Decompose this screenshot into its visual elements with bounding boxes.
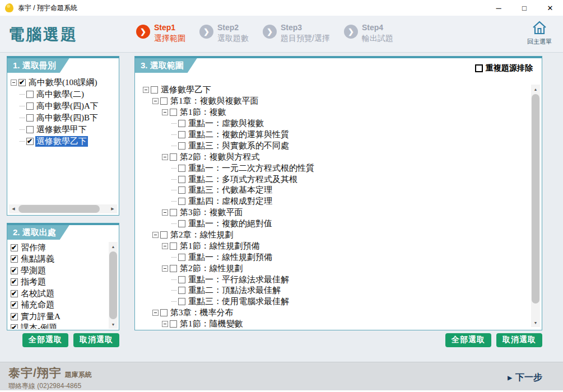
- tree-item-label[interactable]: 重點一：一元二次方程式根的性質: [187, 163, 315, 174]
- source-item-label[interactable]: 學測題: [20, 265, 47, 276]
- tree-item-label[interactable]: 重點三：與實數系的不同處: [187, 141, 290, 151]
- checkbox[interactable]: [170, 320, 177, 328]
- checkbox[interactable]: [178, 176, 185, 183]
- source-item-label[interactable]: 習作簿: [20, 242, 47, 253]
- checkbox[interactable]: [26, 91, 34, 98]
- tree-item-label[interactable]: 高中數學(108課綱): [27, 77, 99, 88]
- scrollbar-thumb[interactable]: [532, 94, 539, 304]
- checkbox[interactable]: [26, 138, 34, 145]
- source-item-label[interactable]: 課本-例題: [20, 323, 58, 329]
- next-step-button[interactable]: ▶ 下一步: [508, 372, 542, 384]
- scroll-up-icon[interactable]: ▲: [531, 85, 540, 94]
- collapse-minus-icon[interactable]: [162, 154, 168, 160]
- collapse-minus-icon[interactable]: [162, 321, 168, 327]
- tree-item-label[interactable]: 第2節：線性規劃: [179, 263, 244, 274]
- checkbox[interactable]: [11, 244, 18, 251]
- scroll-down-icon[interactable]: ▼: [109, 320, 118, 329]
- tree-item-label[interactable]: 高中數學(四)A下: [35, 101, 100, 111]
- source-item-label[interactable]: 焦點講義: [20, 254, 55, 264]
- source-item-label[interactable]: 名校試題: [20, 288, 55, 299]
- checkbox[interactable]: [170, 109, 177, 116]
- checkbox[interactable]: [170, 153, 177, 161]
- tree-item-label[interactable]: 高中數學(四)B下: [35, 113, 99, 123]
- checkbox[interactable]: [11, 301, 18, 309]
- book-tree-horizontal-scrollbar[interactable]: ◀ ▶: [9, 204, 117, 213]
- checkbox[interactable]: [178, 186, 185, 194]
- checkbox[interactable]: [11, 278, 18, 286]
- scroll-left-icon[interactable]: ◀: [9, 204, 18, 213]
- scroll-up-icon[interactable]: ▲: [109, 242, 118, 251]
- source-item-label[interactable]: 補充命題: [20, 300, 55, 310]
- tree-item-label[interactable]: 第2節：複數與方程式: [179, 152, 261, 162]
- checkbox[interactable]: [18, 79, 26, 86]
- checkbox[interactable]: [160, 97, 167, 105]
- tree-item-label[interactable]: 重點四：虛根成對定理: [187, 196, 273, 207]
- checkbox[interactable]: [178, 131, 185, 138]
- tree-item-label[interactable]: 選修數學甲下: [35, 124, 88, 135]
- checkbox[interactable]: [178, 276, 185, 283]
- collapse-minus-icon[interactable]: [152, 232, 159, 238]
- tree-item-label[interactable]: 第1節：線性規劃預備: [179, 241, 261, 251]
- scrollbar-thumb[interactable]: [109, 251, 117, 319]
- tree-item-label[interactable]: 第1章：複數與複數平面: [169, 96, 260, 106]
- checkbox[interactable]: [170, 265, 177, 272]
- collapse-minus-icon[interactable]: [11, 80, 17, 86]
- step-4[interactable]: ❯ Step4 輸出試題: [344, 22, 393, 44]
- source-item-label[interactable]: 指考題: [20, 277, 47, 287]
- tree-item-label[interactable]: 選修數學乙下: [35, 136, 88, 147]
- checkbox[interactable]: [170, 209, 177, 216]
- checkbox[interactable]: [178, 298, 185, 305]
- collapse-minus-icon[interactable]: [162, 265, 168, 272]
- checkbox-icon[interactable]: [475, 64, 483, 72]
- collapse-minus-icon[interactable]: [162, 243, 168, 249]
- scope-select-all-button[interactable]: 全部選取: [445, 333, 491, 347]
- tree-item-label[interactable]: 重點二：頂點法求最佳解: [187, 285, 282, 296]
- checkbox[interactable]: [26, 126, 34, 133]
- minimize-button[interactable]: ─: [486, 0, 511, 16]
- collapse-minus-icon[interactable]: [162, 109, 168, 115]
- tree-item-label[interactable]: 高中數學(二): [35, 89, 85, 100]
- step-1[interactable]: ❯ Step1 選擇範圍: [136, 22, 185, 44]
- scope-tree-vertical-scrollbar[interactable]: ▲ ▼: [531, 85, 540, 327]
- tree-item-label[interactable]: 重點一：線性規劃預備: [187, 252, 273, 263]
- tree-item-label[interactable]: 第1節：複數: [179, 107, 227, 118]
- source-list-vertical-scrollbar[interactable]: ▲ ▼: [109, 242, 118, 329]
- scroll-down-icon[interactable]: ▼: [531, 318, 540, 327]
- collapse-minus-icon[interactable]: [143, 87, 149, 93]
- checkbox[interactable]: [178, 198, 185, 205]
- checkbox[interactable]: [178, 142, 185, 150]
- step-3[interactable]: ❯ Step3 題目預覽/選擇: [263, 22, 330, 44]
- checkbox[interactable]: [178, 220, 185, 227]
- checkbox[interactable]: [178, 254, 185, 261]
- checkbox[interactable]: [26, 102, 34, 110]
- checkbox[interactable]: [11, 255, 18, 263]
- checkbox[interactable]: [11, 267, 18, 274]
- tree-item-label[interactable]: 第3章：機率分布: [169, 307, 235, 318]
- source-deselect-all-button[interactable]: 取消選取: [73, 333, 119, 347]
- checkbox[interactable]: [160, 231, 167, 239]
- checkbox[interactable]: [178, 287, 185, 294]
- scrollbar-thumb[interactable]: [18, 205, 100, 213]
- maximize-button[interactable]: □: [511, 0, 537, 16]
- checkbox[interactable]: [178, 120, 185, 127]
- source-item-label[interactable]: 實力評量A: [20, 311, 62, 322]
- tree-item-label[interactable]: 重點三：代數基本定理: [187, 185, 273, 195]
- tree-item-label[interactable]: 選修數學乙下: [160, 85, 212, 95]
- checkbox[interactable]: [160, 309, 167, 316]
- tree-item-label[interactable]: 重點三：使用電腦求最佳解: [187, 296, 290, 307]
- collapse-minus-icon[interactable]: [152, 98, 159, 104]
- checkbox[interactable]: [26, 114, 34, 122]
- checkbox[interactable]: [11, 290, 18, 297]
- scroll-right-icon[interactable]: ▶: [108, 204, 117, 213]
- tree-item-label[interactable]: 重點一：平行線法求最佳解: [187, 274, 290, 285]
- checkbox[interactable]: [11, 313, 18, 320]
- source-select-all-button[interactable]: 全部選取: [22, 333, 68, 347]
- checkbox[interactable]: [178, 165, 185, 172]
- tree-item-label[interactable]: 重點一：虛數與複數: [187, 118, 265, 129]
- checkbox[interactable]: [151, 86, 158, 94]
- step-2[interactable]: ❯ Step2 選取題數: [199, 22, 249, 44]
- collapse-minus-icon[interactable]: [162, 209, 168, 216]
- tree-item-label[interactable]: 第1節：隨機變數: [179, 319, 244, 328]
- close-button[interactable]: ✕: [537, 0, 563, 16]
- checkbox[interactable]: [11, 324, 18, 329]
